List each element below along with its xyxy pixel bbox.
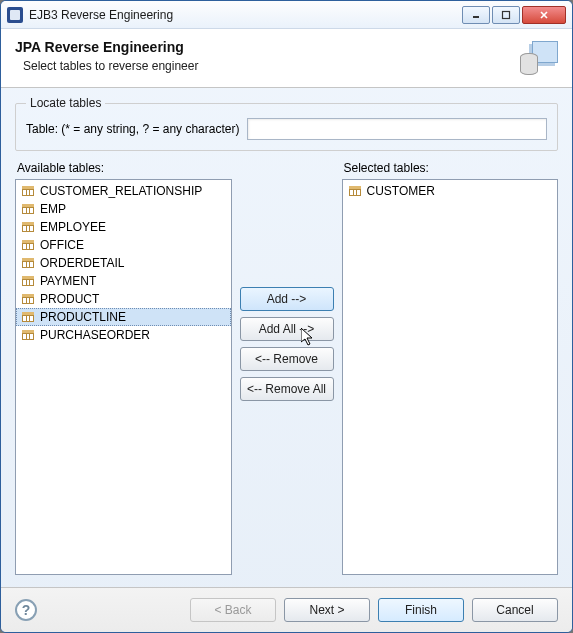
- table-icon: [22, 240, 34, 250]
- table-icon: [22, 204, 34, 214]
- back-button: < Back: [190, 598, 276, 622]
- page-subtitle: Select tables to reverse engineer: [23, 59, 198, 73]
- table-row[interactable]: EMPLOYEE: [16, 218, 231, 236]
- locate-tables-group: Locate tables Table: (* = any string, ? …: [15, 96, 558, 151]
- next-button[interactable]: Next >: [284, 598, 370, 622]
- wizard-header: JPA Reverse Engineering Select tables to…: [1, 29, 572, 88]
- remove-all-button[interactable]: <-- Remove All: [240, 377, 334, 401]
- table-name: PAYMENT: [40, 274, 96, 288]
- minimize-button[interactable]: [462, 6, 490, 24]
- table-name: PURCHASEORDER: [40, 328, 150, 342]
- locate-legend: Locate tables: [26, 96, 105, 110]
- cancel-button[interactable]: Cancel: [472, 598, 558, 622]
- table-name: EMPLOYEE: [40, 220, 106, 234]
- table-icon: [22, 258, 34, 268]
- table-name: EMP: [40, 202, 66, 216]
- svg-line-2: [541, 12, 547, 18]
- table-name: CUSTOMER: [367, 184, 435, 198]
- add-all-button[interactable]: Add All -->: [240, 317, 334, 341]
- table-search-label: Table: (* = any string, ? = any characte…: [26, 122, 239, 136]
- dialog-window: EJB3 Reverse Engineering JPA Reverse Eng…: [0, 0, 573, 633]
- table-row[interactable]: ORDERDETAIL: [16, 254, 231, 272]
- wizard-footer: ? < Back Next > Finish Cancel: [1, 587, 572, 632]
- table-name: CUSTOMER_RELATIONSHIP: [40, 184, 202, 198]
- table-icon: [22, 330, 34, 340]
- table-icon: [22, 294, 34, 304]
- page-title: JPA Reverse Engineering: [15, 39, 198, 55]
- maximize-button[interactable]: [492, 6, 520, 24]
- table-row[interactable]: CUSTOMER_RELATIONSHIP: [16, 182, 231, 200]
- help-icon[interactable]: ?: [15, 599, 37, 621]
- table-row[interactable]: EMP: [16, 200, 231, 218]
- table-row[interactable]: PURCHASEORDER: [16, 326, 231, 344]
- selected-tables-list[interactable]: CUSTOMER: [342, 179, 559, 575]
- table-icon: [22, 222, 34, 232]
- available-tables-label: Available tables:: [17, 161, 232, 175]
- close-button[interactable]: [522, 6, 566, 24]
- svg-line-3: [541, 12, 547, 18]
- finish-button[interactable]: Finish: [378, 598, 464, 622]
- header-icon: [518, 39, 558, 75]
- table-icon: [349, 186, 361, 196]
- table-row[interactable]: PAYMENT: [16, 272, 231, 290]
- table-icon: [22, 276, 34, 286]
- table-icon: [22, 186, 34, 196]
- table-row[interactable]: PRODUCT: [16, 290, 231, 308]
- available-tables-list[interactable]: CUSTOMER_RELATIONSHIPEMPEMPLOYEEOFFICEOR…: [15, 179, 232, 575]
- remove-button[interactable]: <-- Remove: [240, 347, 334, 371]
- svg-rect-1: [503, 11, 510, 18]
- table-name: ORDERDETAIL: [40, 256, 124, 270]
- table-row[interactable]: CUSTOMER: [343, 182, 558, 200]
- titlebar[interactable]: EJB3 Reverse Engineering: [1, 1, 572, 29]
- table-row[interactable]: OFFICE: [16, 236, 231, 254]
- table-icon: [22, 312, 34, 322]
- table-name: OFFICE: [40, 238, 84, 252]
- selected-tables-label: Selected tables:: [344, 161, 559, 175]
- table-row[interactable]: PRODUCTLINE: [16, 308, 231, 326]
- window-title: EJB3 Reverse Engineering: [29, 8, 173, 22]
- table-name: PRODUCTLINE: [40, 310, 126, 324]
- app-icon: [7, 7, 23, 23]
- add-button[interactable]: Add -->: [240, 287, 334, 311]
- table-name: PRODUCT: [40, 292, 99, 306]
- table-search-input[interactable]: [247, 118, 547, 140]
